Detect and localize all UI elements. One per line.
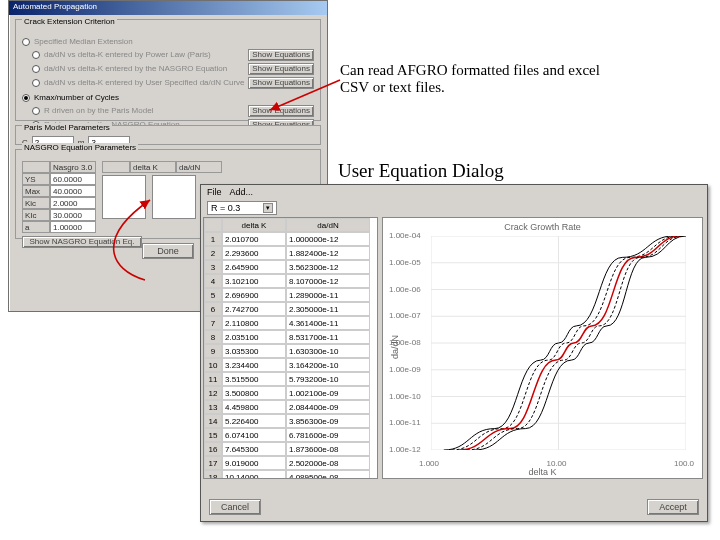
table-row[interactable]: 113.5155005.793200e-10 (204, 372, 377, 386)
show-eq-button[interactable]: Show Equations (248, 77, 314, 89)
show-nasgro-btn[interactable]: Show NASGRO Equation Eq. (22, 236, 142, 248)
user-equation-dialog: File Add... R = 0.3 ▾ delta K da/dN 12.0… (200, 184, 708, 522)
col-header: delta K (222, 218, 286, 232)
menu-file[interactable]: File (207, 187, 222, 197)
chart-title: Crack Growth Rate (383, 222, 702, 232)
table-row[interactable]: 134.4598002.084400e-09 (204, 400, 377, 414)
radio-specified-median[interactable] (22, 38, 30, 46)
table-row[interactable]: 167.6453001.873600e-08 (204, 442, 377, 456)
params-table: Nasgro 3.0 YS60.0000Max Stress40.0000Kic… (22, 161, 96, 233)
table-row[interactable]: 72.1108004.361400e-11 (204, 316, 377, 330)
accept-button[interactable]: Accept (647, 499, 699, 515)
annotation-top: Can read AFGRO formatted files and excel… (340, 62, 600, 96)
col-header: da/dN (286, 218, 370, 232)
show-eq-button[interactable]: Show Equations (248, 63, 314, 75)
group-paris-params: Paris Model Parameters (22, 123, 112, 132)
radio-label: Specified Median Extension (34, 37, 133, 46)
r-value-dropdown[interactable]: R = 0.3 ▾ (207, 201, 277, 215)
radio-g1-1[interactable] (32, 65, 40, 73)
radio-kmax-cycles[interactable] (22, 94, 30, 102)
show-eq-button[interactable]: Show Equations (248, 49, 314, 61)
chart-xlabel: delta K (383, 467, 702, 477)
table-row[interactable]: 82.0351008.531700e-11 (204, 330, 377, 344)
radio-label: Kmax/number of Cycles (34, 93, 119, 102)
subfield[interactable] (152, 175, 196, 219)
group-nasgro-params: NASGRO Equation Parameters (22, 143, 138, 152)
table-row[interactable]: 32.6459003.562300e-12 (204, 260, 377, 274)
table-row[interactable]: 43.1021008.107000e-12 (204, 274, 377, 288)
annotation-mid: User Equation Dialog (338, 160, 504, 182)
menu-add[interactable]: Add... (230, 187, 254, 197)
crack-growth-chart: Crack Growth Rate da/dN delta K 1.00e-04… (382, 217, 703, 479)
table-row[interactable]: 145.2264003.856300e-09 (204, 414, 377, 428)
table-row[interactable]: 22.2936001.882400e-12 (204, 246, 377, 260)
cancel-button[interactable]: Cancel (209, 499, 261, 515)
chevron-down-icon: ▾ (263, 203, 273, 213)
table-row[interactable]: 62.7427002.305000e-11 (204, 302, 377, 316)
radio-g1-2[interactable] (32, 79, 40, 87)
table-row[interactable]: 156.0741006.781600e-09 (204, 428, 377, 442)
table-row[interactable]: 93.0353001.630300e-10 (204, 344, 377, 358)
subfield[interactable] (102, 175, 146, 219)
window-title: Automated Propagation (9, 1, 327, 15)
show-eq-button[interactable]: Show Equations (248, 105, 314, 117)
radio-g1-0[interactable] (32, 51, 40, 59)
table-row[interactable]: 12.0107001.000000e-12 (204, 232, 377, 246)
table-row[interactable]: 1810.140004.089500e-08 (204, 470, 377, 479)
table-row[interactable]: 52.6969001.289000e-11 (204, 288, 377, 302)
table-row[interactable]: 179.0190002.502000e-08 (204, 456, 377, 470)
data-grid[interactable]: delta K da/dN 12.0107001.000000e-1222.29… (203, 217, 378, 479)
table-row[interactable]: 103.2344003.164200e-10 (204, 358, 377, 372)
table-row[interactable]: 123.5008001.002100e-09 (204, 386, 377, 400)
menubar: File Add... (201, 185, 707, 199)
group-crack-extension: Crack Extension Criterion (22, 17, 117, 26)
radio-g2-0[interactable] (32, 107, 40, 115)
dropdown-value: R = 0.3 (211, 203, 240, 213)
col-header (204, 218, 222, 232)
